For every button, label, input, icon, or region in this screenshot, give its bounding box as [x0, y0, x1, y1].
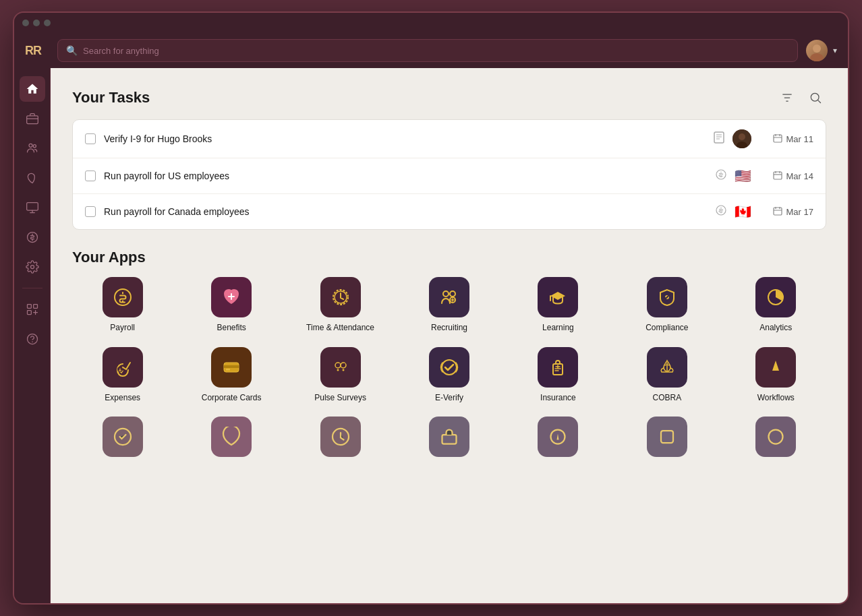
search-tasks-button[interactable]	[805, 87, 826, 109]
app-bottom-1[interactable]	[72, 417, 173, 457]
app-pulse[interactable]: Pulse Surveys	[290, 347, 391, 404]
svg-rect-60	[442, 435, 456, 444]
app-learning[interactable]: Learning	[508, 277, 608, 334]
search-placeholder: Search for anything	[83, 46, 159, 56]
bottom-icon-3	[320, 417, 361, 457]
sidebar-item-finance[interactable]	[20, 224, 45, 250]
topbar-right: ▾	[806, 40, 837, 61]
svg-point-42	[443, 291, 449, 297]
app-workflows[interactable]: Workflows	[726, 347, 826, 404]
app-recruiting[interactable]: Recruiting	[399, 277, 499, 334]
app-bottom-6[interactable]	[616, 417, 717, 457]
app-compliance[interactable]: Compliance	[616, 277, 717, 334]
task-checkbox-1[interactable]	[85, 133, 96, 144]
sidebar	[14, 68, 51, 603]
task-flag-ca: 🇨🇦	[735, 204, 751, 220]
analytics-icon	[755, 277, 796, 317]
app-label-cards: Corporate Cards	[202, 393, 262, 404]
app-payroll[interactable]: Payroll	[72, 277, 173, 334]
workflows-icon	[755, 347, 796, 388]
apps-grid: Payroll Benefits	[72, 277, 826, 334]
sidebar-item-apps[interactable]	[20, 297, 45, 322]
task-date-2: Mar 14	[759, 171, 813, 182]
app-bottom-5[interactable]	[508, 417, 608, 457]
main-wrapper: Your Tasks Verify I-9 for Hugo	[14, 68, 848, 603]
cobra-icon	[647, 347, 687, 388]
app-insurance[interactable]: Insurance	[508, 347, 608, 404]
search-bar[interactable]: 🔍 Search for anything	[57, 39, 798, 62]
svg-rect-50	[226, 369, 230, 371]
app-analytics[interactable]: Analytics	[726, 277, 826, 334]
learning-icon	[538, 277, 578, 317]
calendar-icon-3	[773, 206, 782, 218]
app-bottom-7[interactable]	[726, 417, 826, 457]
sidebar-item-people[interactable]	[20, 135, 45, 161]
bottom-icon-6	[647, 417, 687, 457]
app-time[interactable]: Time & Attendance	[290, 277, 391, 334]
task-date-3: Mar 17	[759, 206, 813, 218]
svg-rect-30	[774, 172, 782, 179]
svg-rect-18	[714, 132, 724, 143]
titlebar-dot-2	[33, 20, 40, 26]
app-everify[interactable]: E-Verify	[399, 347, 499, 404]
recruiting-icon	[429, 277, 469, 317]
app-cobra[interactable]: COBRA	[616, 347, 717, 404]
user-avatar[interactable]	[806, 40, 828, 61]
titlebar	[14, 13, 848, 33]
apps-grid-3	[72, 417, 826, 457]
app-label-expenses: Expenses	[105, 393, 140, 404]
apps-header: Your Apps	[72, 249, 826, 266]
app-expenses[interactable]: Expenses	[72, 347, 173, 404]
task-checkbox-3[interactable]	[85, 206, 96, 217]
apps-title: Your Apps	[72, 249, 146, 266]
calendar-icon-2	[773, 171, 782, 182]
sidebar-item-benefits[interactable]	[20, 165, 45, 191]
svg-point-4	[29, 144, 32, 147]
titlebar-dot-3	[44, 20, 51, 26]
app-bottom-2[interactable]	[181, 417, 281, 457]
sidebar-item-settings[interactable]	[20, 254, 45, 280]
svg-rect-25	[774, 135, 782, 142]
expenses-icon	[103, 347, 143, 388]
sidebar-item-home[interactable]	[20, 76, 45, 102]
bottom-icon-1	[103, 417, 143, 457]
svg-marker-57	[772, 361, 779, 371]
svg-point-12	[27, 334, 37, 344]
task-date-text-2: Mar 14	[786, 171, 813, 181]
app-bottom-3[interactable]	[290, 417, 391, 457]
app-label-workflows: Workflows	[757, 393, 795, 404]
sidebar-item-help[interactable]	[20, 326, 45, 352]
task-flag-us: 🇺🇸	[735, 168, 751, 184]
app-label-time: Time & Attendance	[306, 323, 374, 334]
bottom-icon-7	[755, 417, 796, 457]
app-label-analytics: Analytics	[759, 323, 792, 334]
user-menu-chevron[interactable]: ▾	[833, 46, 837, 55]
svg-rect-35	[774, 208, 782, 215]
task-avatar-1	[732, 129, 751, 148]
apps-grid-2: Expenses Corporate Cards	[72, 347, 826, 404]
sidebar-item-briefcase[interactable]	[20, 106, 45, 131]
app-label-payroll: Payroll	[110, 323, 135, 334]
svg-point-13	[32, 342, 32, 342]
filter-button[interactable]	[776, 87, 798, 109]
tasks-actions	[776, 87, 826, 109]
app-bottom-4[interactable]	[399, 417, 499, 457]
task-date-text-3: Mar 17	[786, 207, 813, 217]
tasks-title: Your Tasks	[72, 89, 150, 106]
app-logo: RR	[25, 44, 49, 58]
sidebar-item-monitor[interactable]	[20, 195, 45, 220]
app-benefits[interactable]: Benefits	[181, 277, 281, 334]
svg-rect-9	[27, 305, 31, 309]
svg-rect-2	[26, 116, 38, 124]
topbar: RR 🔍 Search for anything ▾	[14, 33, 848, 68]
app-corporate-cards[interactable]: Corporate Cards	[181, 347, 281, 404]
main-content: Your Tasks Verify I-9 for Hugo	[51, 68, 848, 603]
pulse-icon	[320, 347, 361, 388]
cards-icon	[211, 347, 252, 388]
task-date-1: Mar 11	[759, 133, 813, 145]
task-doc-icon	[714, 131, 724, 146]
task-dollar-icon	[716, 169, 726, 183]
task-checkbox-2[interactable]	[85, 171, 96, 181]
app-label-pulse: Pulse Surveys	[314, 393, 366, 404]
app-label-insurance: Insurance	[540, 393, 576, 404]
